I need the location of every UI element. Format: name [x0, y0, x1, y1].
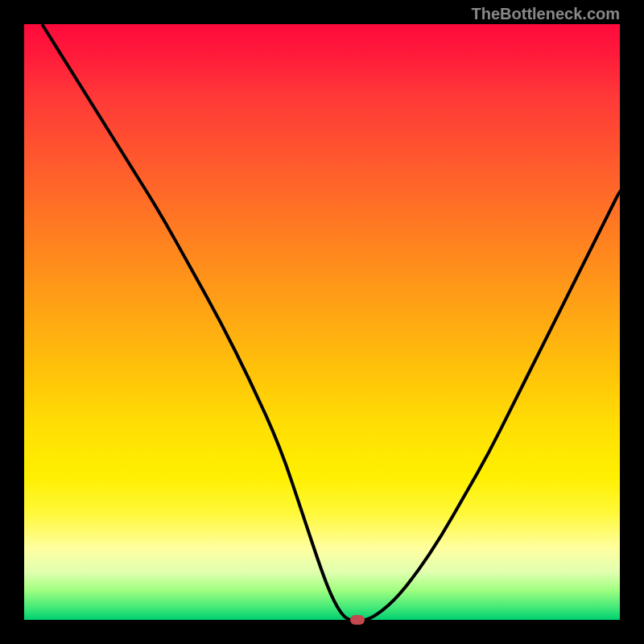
optimal-point-marker — [350, 615, 365, 625]
watermark-text: TheBottleneck.com — [472, 5, 620, 23]
bottleneck-curve — [24, 24, 620, 620]
chart-container: TheBottleneck.com — [0, 0, 644, 644]
